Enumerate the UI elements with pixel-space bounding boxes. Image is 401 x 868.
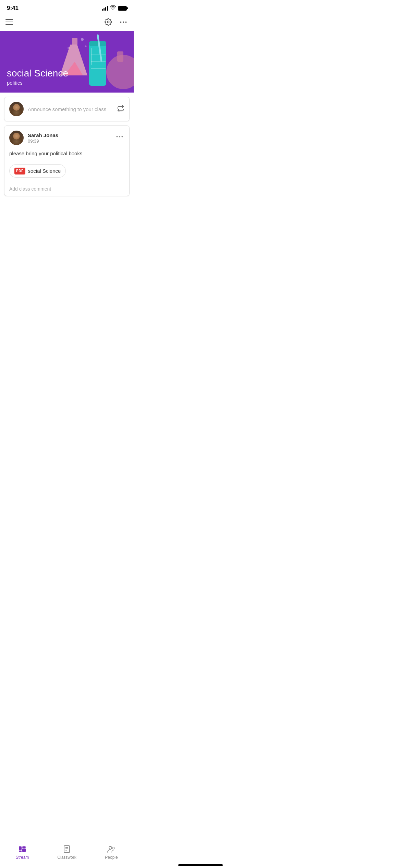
svg-point-22 xyxy=(122,136,123,137)
settings-icon[interactable] xyxy=(104,17,113,27)
post-text: please bring your political books xyxy=(9,150,124,157)
more-options-icon[interactable] xyxy=(119,17,128,27)
status-icons xyxy=(102,5,127,11)
svg-point-2 xyxy=(123,21,124,23)
course-banner: social Science politics xyxy=(0,31,134,93)
svg-rect-10 xyxy=(91,48,92,65)
svg-point-3 xyxy=(125,21,127,23)
course-subtitle: politics xyxy=(7,80,68,86)
post-time: 09:39 xyxy=(28,138,58,144)
svg-rect-5 xyxy=(72,38,77,45)
post-author-avatar xyxy=(9,131,24,145)
svg-point-18 xyxy=(85,46,87,47)
svg-rect-16 xyxy=(117,51,123,62)
post-card: Sarah Jonas 09:39 please bring your poli… xyxy=(4,125,130,196)
status-bar: 9:41 xyxy=(0,0,134,14)
add-comment-button[interactable]: Add class comment xyxy=(4,182,129,196)
toolbar xyxy=(0,14,134,31)
post-author-name: Sarah Jonas xyxy=(28,132,58,138)
wifi-icon xyxy=(110,5,116,11)
post-body: please bring your political books PDF so… xyxy=(4,145,129,182)
svg-point-20 xyxy=(117,136,118,137)
post-header: Sarah Jonas 09:39 xyxy=(4,126,129,145)
attachment-name: social Science xyxy=(28,167,61,174)
banner-text: social Science politics xyxy=(7,68,68,86)
announce-placeholder: Announce something to your class xyxy=(28,106,106,112)
announce-bar[interactable]: Announce something to your class xyxy=(4,97,130,121)
svg-rect-9 xyxy=(89,41,106,46)
post-more-icon[interactable] xyxy=(115,131,124,140)
status-time: 9:41 xyxy=(7,5,19,12)
svg-point-21 xyxy=(119,136,120,137)
signal-bars-icon xyxy=(102,6,108,11)
repeat-icon[interactable] xyxy=(117,105,124,113)
menu-icon[interactable] xyxy=(5,19,13,25)
svg-point-1 xyxy=(120,21,122,23)
battery-icon xyxy=(118,6,127,11)
svg-point-0 xyxy=(107,21,109,23)
course-title: social Science xyxy=(7,68,68,79)
svg-point-19 xyxy=(68,47,70,49)
pdf-badge: PDF xyxy=(14,168,25,174)
attachment-pill[interactable]: PDF social Science xyxy=(9,164,66,178)
svg-point-17 xyxy=(81,38,84,41)
user-avatar xyxy=(9,102,24,116)
